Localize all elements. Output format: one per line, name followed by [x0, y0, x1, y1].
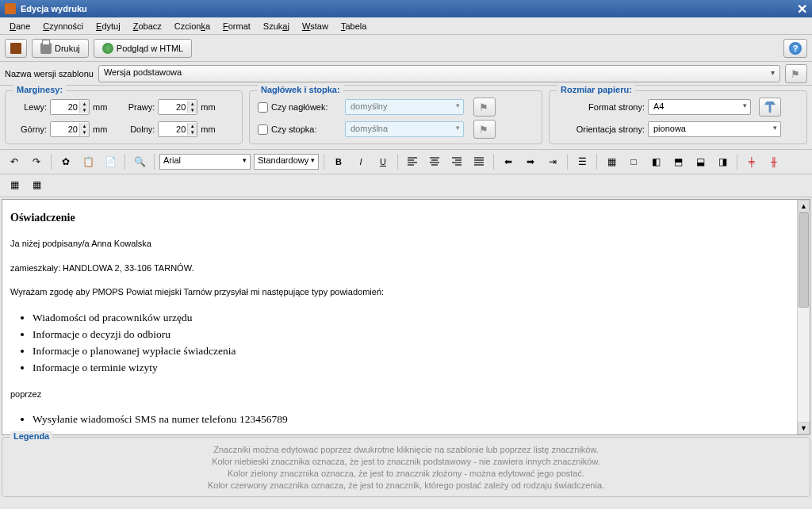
- scroll-up-icon[interactable]: ▲: [798, 200, 810, 212]
- border-all-button[interactable]: ▦: [602, 153, 621, 170]
- lewy-input[interactable]: [51, 100, 79, 114]
- stopka-combo[interactable]: domyślna: [345, 121, 464, 137]
- down-arrow-icon[interactable]: ▼: [187, 107, 197, 113]
- scroll-thumb[interactable]: [799, 212, 809, 308]
- dolny-input[interactable]: [159, 122, 187, 136]
- menu-szukaj[interactable]: Szukaj: [257, 20, 296, 33]
- border-right-button[interactable]: ◨: [713, 153, 732, 170]
- podglad-button[interactable]: Podgląd w HTML: [94, 39, 192, 58]
- stopka-label: Czy stopka:: [271, 124, 316, 134]
- stopka-checkbox[interactable]: [258, 124, 268, 135]
- menu-wstaw[interactable]: Wstaw: [296, 20, 335, 33]
- dolny-spin[interactable]: ▲▼: [158, 121, 197, 137]
- naglowek-combo[interactable]: domyślny: [345, 99, 464, 115]
- paste-button[interactable]: 📄: [101, 153, 120, 170]
- list-button[interactable]: ☰: [573, 153, 592, 170]
- indent-dec-button[interactable]: ⬅: [499, 153, 518, 170]
- indent-inc-button[interactable]: ➡: [521, 153, 540, 170]
- help-button[interactable]: ?: [783, 39, 807, 58]
- prawy-spin[interactable]: ▲▼: [158, 99, 197, 115]
- format-combo[interactable]: A4: [648, 99, 751, 115]
- menu-bar: Dane Czynności Edytuj Zobacz Czcionka Fo…: [0, 17, 812, 35]
- list-item: Wysyłanie wiadomości SMS na numer telefo…: [33, 411, 802, 427]
- down-arrow-icon[interactable]: ▼: [187, 129, 197, 136]
- unit: mm: [201, 124, 215, 134]
- size-combo[interactable]: Standardowy: [254, 154, 319, 170]
- doc-heading: Oświadczenie: [10, 209, 802, 226]
- template-label: Nazwa wersji szablonu: [5, 69, 94, 78]
- naglowek-label: Czy nagłówek:: [271, 102, 328, 112]
- align-right-button[interactable]: [447, 153, 466, 170]
- unit: mm: [93, 124, 107, 134]
- zoom-button[interactable]: 🔍: [130, 153, 149, 170]
- lewy-spin[interactable]: ▲▼: [50, 99, 90, 115]
- orient-label: Orientacja strony:: [557, 124, 645, 134]
- border-left-button[interactable]: ◧: [646, 153, 665, 170]
- menu-format[interactable]: Format: [216, 20, 257, 33]
- menu-tabela[interactable]: Tabela: [335, 20, 373, 33]
- border-bottom-button[interactable]: ⬓: [691, 153, 710, 170]
- doc-list-2: Wysyłanie wiadomości SMS na numer telefo…: [33, 411, 802, 427]
- border-top-button[interactable]: ⬒: [668, 153, 688, 170]
- gorny-spin[interactable]: ▲▼: [50, 121, 90, 137]
- table-button-2[interactable]: ▦: [27, 176, 46, 193]
- align-justify-icon: [473, 156, 485, 167]
- paper-group: Rozmiar papieru: Format strony: A4 Orien…: [549, 90, 807, 144]
- tool-icon: [764, 101, 776, 113]
- flag-icon: [791, 68, 802, 79]
- world-icon: [102, 43, 113, 54]
- menu-czcionka[interactable]: Czcionka: [168, 20, 216, 33]
- down-arrow-icon[interactable]: ▼: [79, 129, 89, 136]
- book-button[interactable]: [5, 39, 27, 58]
- doc-p4: poprzez: [10, 388, 802, 401]
- template-combo[interactable]: Wersja podstawowa: [98, 65, 780, 82]
- template-row: Nazwa wersji szablonu Wersja podstawowa: [0, 62, 812, 86]
- menu-dane[interactable]: Dane: [3, 20, 36, 33]
- gorny-input[interactable]: [51, 122, 79, 136]
- font-combo[interactable]: Arial: [159, 154, 251, 170]
- doc-p3: Wyrażam zgodę aby PMOPS Powiat miejski T…: [10, 285, 802, 299]
- margins-group: Marginesy: Lewy: ▲▼ mm Prawy: ▲▼ mm Górn…: [5, 90, 243, 144]
- flag-icon: [479, 124, 490, 135]
- copy-button[interactable]: 📋: [79, 153, 98, 170]
- prawy-input[interactable]: [159, 100, 187, 114]
- vertical-scrollbar[interactable]: ▲ ▼: [797, 200, 810, 434]
- redo-button[interactable]: ↷: [27, 153, 46, 170]
- tool1-button[interactable]: ✿: [56, 153, 75, 170]
- italic-button[interactable]: I: [351, 153, 370, 170]
- menu-zobacz[interactable]: Zobacz: [127, 20, 168, 33]
- down-arrow-icon[interactable]: ▼: [79, 107, 89, 113]
- doc-list-1: Wiadomości od pracowników urzędu Informa…: [33, 310, 802, 377]
- bold-button[interactable]: B: [329, 153, 348, 170]
- up-arrow-icon[interactable]: ▲: [187, 101, 197, 107]
- drukuj-button[interactable]: Drukuj: [32, 39, 89, 58]
- align-left-button[interactable]: [403, 153, 422, 170]
- naglowek-flag-button[interactable]: [473, 98, 496, 117]
- template-flag-button[interactable]: [785, 64, 807, 83]
- flag-icon: [479, 101, 490, 113]
- underline-button[interactable]: U: [373, 153, 393, 170]
- up-arrow-icon[interactable]: ▲: [79, 123, 89, 129]
- row-add-button[interactable]: ╪: [742, 153, 761, 170]
- orient-combo[interactable]: pionowa: [648, 121, 781, 137]
- scroll-down-icon[interactable]: ▼: [798, 422, 810, 434]
- close-button[interactable]: ✕: [797, 2, 807, 17]
- align-center-button[interactable]: [425, 153, 444, 170]
- table-button-1[interactable]: ▦: [5, 176, 24, 193]
- margins-title: Marginesy:: [13, 85, 66, 94]
- naglowek-checkbox[interactable]: [258, 102, 268, 113]
- editor-content[interactable]: Oświadczenie Ja niżej podpisany/a Anna K…: [2, 200, 810, 434]
- stopka-flag-button[interactable]: [473, 120, 496, 139]
- up-arrow-icon[interactable]: ▲: [79, 101, 89, 107]
- up-arrow-icon[interactable]: ▲: [187, 123, 197, 129]
- align-center-icon: [429, 156, 440, 167]
- list-item: Wiadomości od pracowników urzędu: [33, 310, 802, 326]
- undo-button[interactable]: ↶: [5, 153, 24, 170]
- row-del-button[interactable]: ╫: [764, 153, 783, 170]
- align-justify-button[interactable]: [469, 153, 488, 170]
- menu-czynnosci[interactable]: Czynności: [36, 20, 90, 33]
- indent-button[interactable]: ⇥: [543, 153, 562, 170]
- border-none-button[interactable]: □: [624, 153, 643, 170]
- menu-edytuj[interactable]: Edytuj: [90, 20, 127, 33]
- format-tool-button[interactable]: [759, 98, 781, 117]
